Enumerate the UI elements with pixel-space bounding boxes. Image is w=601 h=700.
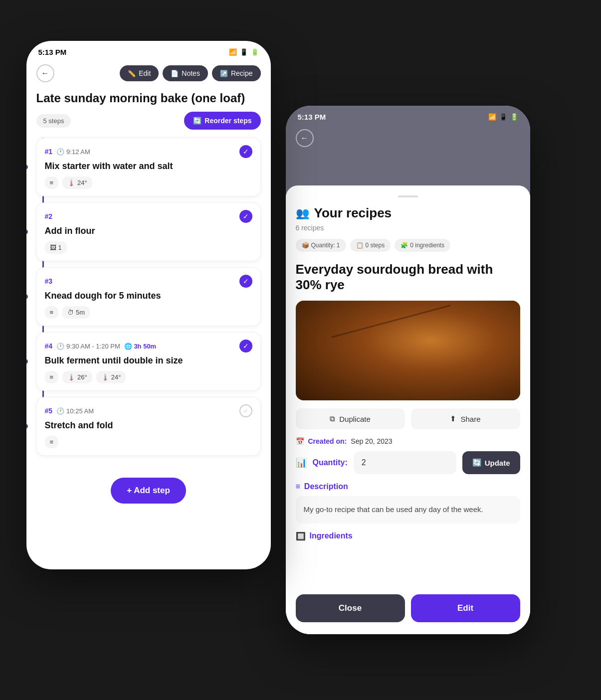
ingredients-label: Ingredients xyxy=(310,531,353,540)
recipe-image xyxy=(296,301,520,400)
step-1-tag-temp: 🌡️ 24° xyxy=(62,176,92,189)
step-5-tags: ≡ xyxy=(45,436,252,448)
left-page-title: Late sunday morning bake (one loaf) xyxy=(26,88,271,112)
close-button[interactable]: Close xyxy=(296,594,405,622)
left-status-icons: 📶 📱 🔋 xyxy=(229,48,259,56)
your-recipes-title: Your recipes xyxy=(314,205,392,221)
battery-icon: 🔋 xyxy=(251,48,259,56)
signal-icon: 📱 xyxy=(240,48,248,56)
step-5-title: Stretch and fold xyxy=(45,420,252,431)
step-4-tag-temp2: 🌡️ 24° xyxy=(96,371,126,383)
step-5-tag-menu: ≡ xyxy=(45,436,59,448)
created-on-value: Sep 20, 2023 xyxy=(351,437,392,445)
clock-icon-4: 🕐 xyxy=(56,343,64,350)
step-1-num: #1 xyxy=(45,148,53,156)
description-icon: ≡ xyxy=(296,482,300,491)
add-step-button[interactable]: + Add step xyxy=(111,478,186,504)
step-5-time: 🕐 10:25 AM xyxy=(56,407,94,415)
step-3-num: #3 xyxy=(45,277,53,285)
tab-notes[interactable]: 📄 Notes xyxy=(163,65,208,81)
step-dot-5 xyxy=(26,424,28,429)
step-3-tag-menu: ≡ xyxy=(45,306,59,319)
temp-icon-4a: 🌡️ xyxy=(67,373,75,381)
step-4-meta: #4 🕐 9:30 AM - 1:20 PM 🌐 3h 50m xyxy=(45,342,157,350)
step-2-header: #2 ✓ xyxy=(45,210,252,223)
wifi-icon: 📶 xyxy=(229,48,237,56)
right-status-icons: 📶 📱 🔋 xyxy=(488,113,518,121)
quantity-field[interactable]: 2 xyxy=(354,451,456,474)
quantity-row: 📊 Quantity: 2 🔄 Update xyxy=(296,451,520,474)
edit-button[interactable]: Edit xyxy=(411,594,520,622)
temp-icon: 🌡️ xyxy=(67,179,75,186)
step-5-header: #5 🕐 10:25 AM ✓ xyxy=(45,404,252,417)
clock-icon-1: 🕐 xyxy=(56,148,64,156)
right-content-area: 👥 Your recipes 6 recipes 📦 Quantity: 1 📋… xyxy=(286,185,530,634)
bottom-action-row: Close Edit xyxy=(286,586,530,634)
step-4-tag-menu: ≡ xyxy=(45,371,59,383)
right-signal-icon: 📱 xyxy=(499,113,507,121)
recipe-action-row: ⧉ Duplicate ⬆ Share xyxy=(296,408,520,429)
tab-recipe[interactable]: ↗️ Recipe xyxy=(212,65,261,81)
step-card-3[interactable]: #3 ✓ Knead dough for 5 minutes ≡ ⏱ 5m xyxy=(36,267,261,326)
tab-edit[interactable]: ✏️ Edit xyxy=(120,65,159,81)
step-3-tag-timer: ⏱ 5m xyxy=(62,306,90,319)
step-card-2[interactable]: #2 ✓ Add in flour 🖼 1 xyxy=(36,202,261,261)
step-dot-2 xyxy=(26,229,28,234)
recipe-title: Everyday sourdough bread with 30% rye xyxy=(296,262,520,293)
quantity-label: Quantity: xyxy=(313,458,348,467)
phones-container: 5:13 PM 📶 📱 🔋 ← ✏️ Edit 📄 Notes xyxy=(26,26,575,674)
calendar-icon: 📅 xyxy=(296,437,304,445)
description-text: My go-to recipe that can be used any day… xyxy=(296,496,520,524)
left-phone: 5:13 PM 📶 📱 🔋 ← ✏️ Edit 📄 Notes xyxy=(26,41,271,569)
steps-chip-icon: 📋 xyxy=(356,242,364,249)
step-card-4[interactable]: #4 🕐 9:30 AM - 1:20 PM 🌐 3h 50m ✓ Bulk f… xyxy=(36,332,261,391)
created-on-label: Created on: xyxy=(308,437,347,445)
step-card-1[interactable]: #1 🕐 9:12 AM ✓ Mix starter with water an… xyxy=(36,138,261,196)
step-1-meta: #1 🕐 9:12 AM xyxy=(45,148,90,156)
recipe-tab-label: Recipe xyxy=(231,69,253,77)
duplicate-label: Duplicate xyxy=(339,415,371,423)
step-4-title: Bulk ferment until double in size xyxy=(45,355,252,366)
step-2-check: ✓ xyxy=(239,210,252,223)
step-card-5[interactable]: #5 🕐 10:25 AM ✓ Stretch and fold ≡ xyxy=(36,397,261,456)
right-back-button[interactable]: ← xyxy=(296,129,314,147)
step-4-time: 🕐 9:30 AM - 1:20 PM xyxy=(56,343,120,350)
step-dot-4 xyxy=(26,359,28,364)
step-2-meta: #2 xyxy=(45,212,53,220)
ingredients-icon: 🔲 xyxy=(296,531,306,541)
steps-chip-label: 0 steps xyxy=(366,242,385,249)
update-button[interactable]: 🔄 Update xyxy=(462,451,520,474)
step-1-header: #1 🕐 9:12 AM ✓ xyxy=(45,145,252,158)
description-section-label: ≡ Description xyxy=(296,482,520,491)
left-back-button[interactable]: ← xyxy=(36,64,54,82)
bread-crust-line xyxy=(331,305,451,338)
right-wifi-icon: 📶 xyxy=(488,113,496,121)
filter-chip-ingredients[interactable]: 🧩 0 ingredients xyxy=(395,239,450,252)
duplicate-button[interactable]: ⧉ Duplicate xyxy=(296,408,405,429)
share-label: Share xyxy=(460,415,480,423)
filter-chip-steps[interactable]: 📋 0 steps xyxy=(350,239,391,252)
reorder-steps-button[interactable]: 🔄 Reorder steps xyxy=(184,112,260,130)
left-back-icon: ← xyxy=(41,69,49,78)
ingredients-chip-label: 0 ingredients xyxy=(410,242,444,249)
share-icon: ⬆ xyxy=(450,414,456,423)
steps-header: 5 steps 🔄 Reorder steps xyxy=(26,112,271,138)
left-nav-tabs: ✏️ Edit 📄 Notes ↗️ Recipe xyxy=(120,65,260,81)
step-2-tag-image: 🖼 1 xyxy=(45,241,67,254)
close-label: Close xyxy=(339,603,362,613)
step-5-meta: #5 🕐 10:25 AM xyxy=(45,407,94,415)
add-step-label: + Add step xyxy=(127,486,170,496)
recipe-filter-row: 📦 Quantity: 1 📋 0 steps 🧩 0 ingredients xyxy=(296,239,520,254)
quantity-icon: 📊 xyxy=(296,457,307,468)
share-button[interactable]: ⬆ Share xyxy=(411,408,520,429)
reorder-label: Reorder steps xyxy=(204,117,251,125)
right-phone-background: 5:13 PM 📶 📱 🔋 ← xyxy=(286,106,530,195)
step-3-tags: ≡ ⏱ 5m xyxy=(45,306,252,319)
steps-list: #1 🕐 9:12 AM ✓ Mix starter with water an… xyxy=(26,138,271,456)
filter-chip-quantity[interactable]: 📦 Quantity: 1 xyxy=(296,239,346,252)
edit-label: Edit xyxy=(457,603,473,613)
step-2-title: Add in flour xyxy=(45,226,252,236)
step-3-header: #3 ✓ xyxy=(45,275,252,288)
recipe-tab-icon: ↗️ xyxy=(220,70,228,77)
quantity-value: 2 xyxy=(362,458,366,467)
